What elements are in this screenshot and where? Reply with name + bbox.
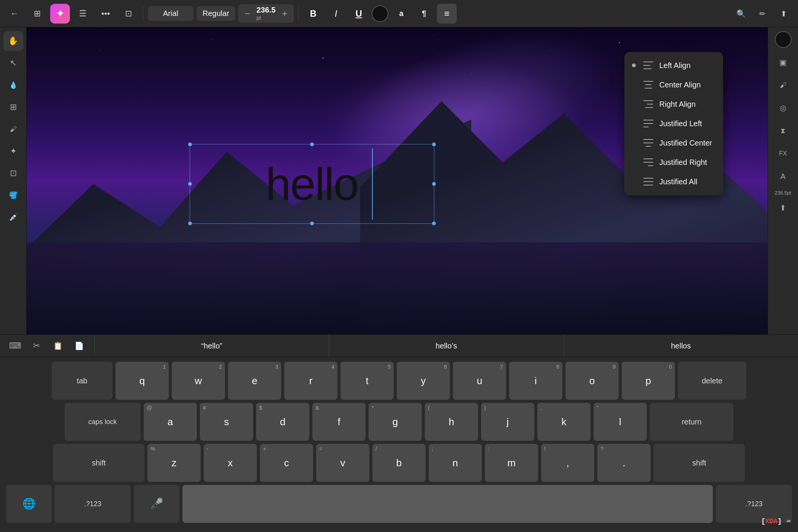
s-key[interactable]: # s: [200, 403, 253, 441]
j-key[interactable]: ) j: [481, 403, 534, 441]
handle-bottom-right[interactable]: [432, 222, 436, 225]
sidebar-tool-crop[interactable]: ⊞: [3, 97, 23, 117]
sidebar-tool-arrow[interactable]: ↖: [3, 53, 23, 73]
alignment-item-right-align[interactable]: Right Align: [624, 95, 723, 114]
font-name-button[interactable]: Arial: [148, 6, 193, 21]
period-key[interactable]: ? .: [597, 444, 651, 482]
xda-bracket-left: [: [761, 518, 765, 525]
right-color-button[interactable]: [775, 31, 792, 48]
l-key[interactable]: " l: [594, 403, 647, 441]
sidebar-tool-hand[interactable]: ✋: [3, 31, 23, 51]
grid-button[interactable]: ⊞: [27, 4, 47, 24]
handle-top-center[interactable]: [310, 142, 314, 146]
sidebar-tool-fill[interactable]: 🪣: [3, 185, 23, 205]
font-style-button[interactable]: Regular: [196, 6, 235, 21]
alignment-icon: ≡: [444, 8, 450, 19]
w-key[interactable]: 2 w: [172, 362, 225, 400]
sidebar-tool-eyedropper[interactable]: 💧: [3, 75, 23, 95]
return-key[interactable]: return: [650, 403, 733, 441]
increase-size-button[interactable]: +: [279, 8, 291, 20]
sidebar-tool-selection[interactable]: ⊡: [3, 163, 23, 183]
h-key[interactable]: ( h: [425, 403, 478, 441]
t-key[interactable]: 5 t: [340, 362, 394, 400]
j-key-label: j: [507, 417, 509, 427]
z-key[interactable]: % z: [147, 444, 201, 482]
o-key[interactable]: 9 o: [565, 362, 619, 400]
v-key[interactable]: = v: [316, 444, 369, 482]
suggestion-hellos-plain[interactable]: hellos: [564, 334, 798, 357]
sidebar-tool-picker[interactable]: 💉: [3, 207, 23, 227]
x-key[interactable]: - x: [204, 444, 257, 482]
hamburger-button[interactable]: ☰: [73, 4, 93, 24]
handle-top-left[interactable]: [188, 142, 192, 146]
alignment-item-left-align[interactable]: Left Align: [624, 56, 723, 75]
select-button[interactable]: ⊡: [119, 4, 138, 24]
c-key[interactable]: + c: [260, 444, 313, 482]
right-effects-button[interactable]: FX: [773, 143, 794, 164]
handle-mid-right[interactable]: [432, 182, 436, 186]
i-key[interactable]: 8 i: [509, 362, 562, 400]
r-key[interactable]: 4 r: [284, 362, 337, 400]
decrease-size-button[interactable]: −: [241, 8, 253, 20]
q-key-num: 1: [163, 364, 166, 369]
q-key[interactable]: 1 q: [116, 362, 169, 400]
a-key[interactable]: @ a: [144, 403, 197, 441]
m-key[interactable]: : m: [485, 444, 538, 482]
handle-mid-left[interactable]: [188, 182, 192, 186]
right-text-size-button[interactable]: A: [773, 166, 794, 187]
sidebar-tool-brush[interactable]: 🖌: [3, 119, 23, 139]
right-timer-button[interactable]: ⧗: [773, 120, 794, 141]
text-box[interactable]: hello: [190, 144, 434, 224]
suggestion-hello-quoted[interactable]: “hello”: [95, 334, 329, 357]
u-key[interactable]: 7 u: [453, 362, 506, 400]
bold-button[interactable]: B: [303, 4, 323, 24]
keyboard-toggle-button[interactable]: ⌨: [6, 337, 24, 355]
more-button[interactable]: •••: [96, 4, 116, 24]
alignment-item-justified-right[interactable]: Justified Right: [624, 153, 723, 172]
search-button[interactable]: 🔍: [731, 4, 751, 24]
globe-key[interactable]: 🌐: [6, 485, 52, 523]
color-picker-button[interactable]: [372, 5, 388, 22]
mic-key[interactable]: 🎤: [134, 485, 179, 523]
scissors-button[interactable]: ✂: [27, 337, 46, 355]
tab-key[interactable]: tab: [52, 362, 112, 400]
comma-key[interactable]: ! ,: [541, 444, 594, 482]
share-button[interactable]: ⬆: [774, 4, 793, 24]
underline-button[interactable]: U: [349, 4, 369, 24]
d-key[interactable]: $ d: [256, 403, 309, 441]
y-key[interactable]: 6 y: [397, 362, 450, 400]
paste-button[interactable]: 📋: [49, 337, 67, 355]
f-key[interactable]: & f: [312, 403, 366, 441]
handle-bottom-center[interactable]: [310, 222, 314, 225]
alignment-item-justified-center[interactable]: Justified Center: [624, 133, 723, 153]
paragraph-button[interactable]: ¶: [414, 4, 434, 24]
right-brush-button[interactable]: 🖌: [773, 74, 794, 96]
alignment-item-justified-left[interactable]: Justified Left: [624, 114, 723, 133]
handle-top-right[interactable]: [432, 142, 436, 146]
capslock-key[interactable]: caps lock: [65, 403, 141, 441]
e-key[interactable]: 3 e: [228, 362, 281, 400]
alignment-item-center-align[interactable]: Center Align: [624, 75, 723, 95]
back-button[interactable]: ←: [5, 4, 24, 24]
p-key[interactable]: 0 p: [622, 362, 675, 400]
strikethrough-button[interactable]: a: [391, 4, 411, 24]
italic-button[interactable]: I: [326, 4, 346, 24]
sidebar-tool-magic[interactable]: ✦: [3, 141, 23, 161]
space-key[interactable]: [182, 485, 713, 523]
g-key[interactable]: * g: [369, 403, 422, 441]
alignment-button[interactable]: ≡: [437, 4, 457, 24]
n-key[interactable]: ; n: [429, 444, 482, 482]
right-layers-button[interactable]: ▣: [773, 52, 794, 73]
shift-right-key[interactable]: shift: [654, 444, 745, 482]
right-compass-button[interactable]: ◎: [773, 97, 794, 119]
suggestion-hellos[interactable]: hello’s: [329, 334, 564, 357]
alignment-item-justified-all[interactable]: Justified All: [624, 172, 723, 192]
num-sym-left-key[interactable]: .?123: [55, 485, 131, 523]
b-key[interactable]: / b: [372, 444, 426, 482]
shift-left-key[interactable]: shift: [53, 444, 144, 482]
k-key[interactable]: , k: [537, 403, 591, 441]
delete-key[interactable]: delete: [678, 362, 746, 400]
pen-button[interactable]: ✏: [752, 4, 772, 24]
right-export-button[interactable]: ⬆: [773, 197, 794, 218]
paste2-button[interactable]: 📄: [70, 337, 88, 355]
